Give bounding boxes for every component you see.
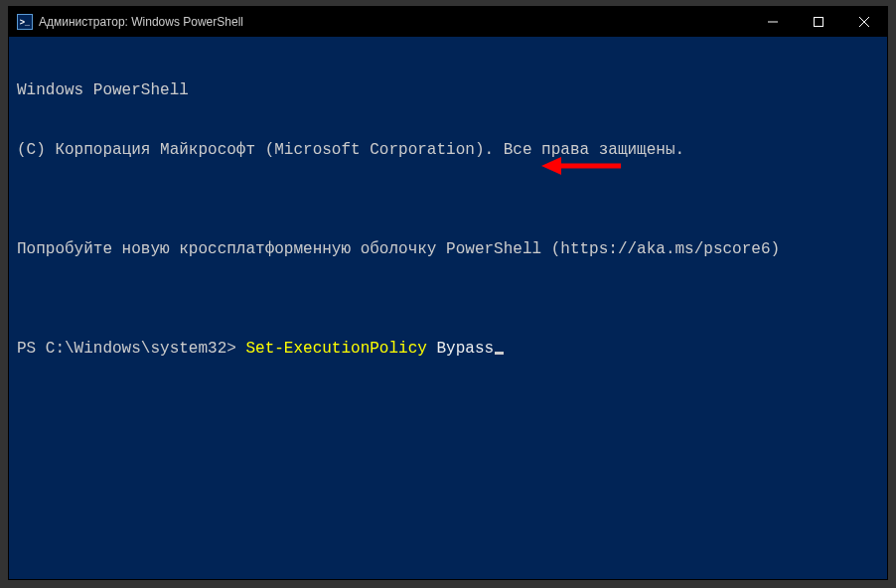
prompt-line: PS C:\Windows\system32> Set-ExecutionPol…: [17, 339, 879, 359]
svg-rect-1: [815, 18, 823, 27]
cursor: [495, 352, 504, 355]
maximize-button[interactable]: [796, 7, 841, 37]
terminal-line: Попробуйте новую кроссплатформенную обол…: [17, 239, 879, 259]
prompt-text: PS C:\Windows\system32>: [17, 339, 245, 359]
terminal-line: Windows PowerShell: [17, 80, 879, 100]
minimize-button[interactable]: [750, 7, 796, 37]
cmdlet-text: Set-ExecutionPolicy: [245, 339, 426, 359]
titlebar-left: >_ Администратор: Windows PowerShell: [9, 14, 243, 30]
terminal-line: (C) Корпорация Майкрософт (Microsoft Cor…: [17, 140, 879, 160]
titlebar[interactable]: >_ Администратор: Windows PowerShell: [9, 7, 887, 37]
powershell-icon: >_: [17, 14, 33, 30]
minimize-icon: [768, 17, 778, 27]
arrow-annotation: [541, 114, 621, 218]
close-icon: [859, 17, 869, 27]
maximize-icon: [814, 17, 823, 27]
terminal-area[interactable]: Windows PowerShell (C) Корпорация Майкро…: [9, 37, 887, 579]
powershell-window: >_ Администратор: Windows PowerShell Win…: [8, 6, 888, 580]
powershell-icon-glyph: >_: [20, 17, 30, 27]
window-controls: [750, 7, 887, 37]
close-button[interactable]: [841, 7, 887, 37]
window-title: Администратор: Windows PowerShell: [39, 15, 243, 29]
argument-text: Bypass: [436, 339, 494, 359]
command-space: [427, 339, 437, 359]
